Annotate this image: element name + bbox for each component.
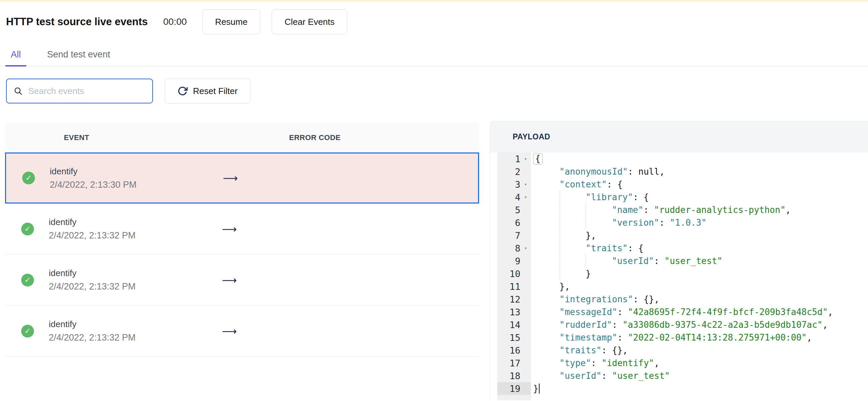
code-token: :	[659, 218, 670, 228]
indent-guide	[586, 203, 612, 216]
gutter-line: 5	[497, 203, 531, 216]
indent-spacer	[533, 255, 559, 267]
search-input[interactable]	[28, 86, 146, 97]
event-row[interactable]: ✓identify2/4/2022, 2:13:32 PM⟶	[5, 203, 479, 255]
row-arrow-icon[interactable]: ⟶	[222, 223, 237, 235]
code-line: "anonymousId": null,	[533, 165, 868, 178]
event-name: identify	[50, 166, 136, 177]
line-number: 15	[509, 333, 520, 343]
code-line: }	[533, 267, 868, 280]
code-token: "identify"	[601, 358, 654, 368]
indent-spacer	[533, 267, 559, 280]
code-token: "timestamp"	[559, 333, 617, 342]
events-list: EVENT ERROR CODE ✓identify2/4/2022, 2:13…	[5, 123, 479, 357]
gutter-line: 12	[497, 293, 531, 306]
line-number: 5	[515, 205, 520, 215]
gutter-line: 11	[497, 280, 531, 293]
code-token: "2022-02-04T14:13:28.275971+00:00"	[628, 333, 807, 342]
indent-spacer	[533, 216, 559, 229]
gutter-line: 1▾	[497, 153, 531, 165]
code-token: ,	[807, 333, 812, 342]
code-token: ,	[654, 358, 659, 368]
indent-spacer	[533, 242, 559, 255]
row-arrow-icon[interactable]: ⟶	[222, 325, 237, 337]
indent-guide	[559, 255, 586, 267]
gutter-line: 16	[497, 344, 531, 357]
gutter-line: 14	[497, 319, 531, 331]
event-cell: identify2/4/2022, 2:13:32 PM	[49, 268, 135, 292]
event-row[interactable]: ✓identify2/4/2022, 2:13:30 PM⟶	[5, 153, 479, 203]
success-check-icon: ✓	[21, 325, 34, 337]
tab-all[interactable]: All	[5, 45, 26, 67]
gutter-line: 6	[497, 216, 531, 229]
events-table-header: EVENT ERROR CODE	[5, 123, 479, 153]
code-token: "rudder-analytics-python"	[654, 205, 785, 215]
top-banner-strip	[0, 0, 868, 2]
gutter-line: 10	[497, 267, 531, 280]
gutter-line: 8▾	[497, 242, 531, 255]
clear-events-button[interactable]: Clear Events	[272, 9, 347, 34]
editor-gutter: 1▾23▾4▾5678▾910111213141516171819	[497, 153, 531, 400]
code-line: },	[533, 280, 868, 293]
event-cell: identify2/4/2022, 2:13:30 PM	[50, 166, 136, 190]
line-number: 10	[509, 269, 520, 279]
code-token: :	[617, 307, 628, 317]
line-number: 6	[515, 218, 520, 228]
code-token: : {},	[601, 345, 628, 355]
code-line: "integrations": {},	[533, 293, 868, 306]
reset-filter-label: Reset Filter	[193, 86, 238, 96]
row-arrow-icon[interactable]: ⟶	[223, 172, 238, 185]
fold-arrow-icon[interactable]: ▾	[520, 245, 531, 251]
event-timestamp: 2/4/2022, 2:13:30 PM	[50, 180, 136, 190]
indent-guide	[559, 203, 586, 216]
page-header: HTTP test source live events 00:00 Resum…	[0, 9, 868, 35]
code-token: "userId"	[559, 371, 601, 381]
code-token: ,	[828, 307, 833, 317]
search-events-box[interactable]	[6, 78, 153, 103]
row-arrow-icon[interactable]: ⟶	[222, 274, 237, 286]
resume-button[interactable]: Resume	[203, 9, 260, 34]
code-token: },	[559, 281, 570, 292]
code-token: {	[533, 153, 542, 165]
line-number: 1	[515, 154, 520, 164]
code-token: }	[586, 269, 591, 279]
event-name: identify	[49, 268, 135, 278]
code-line: "traits": {	[533, 242, 868, 255]
events-rows: ✓identify2/4/2022, 2:13:30 PM⟶✓identify2…	[5, 153, 479, 357]
payload-editor[interactable]: 1▾23▾4▾5678▾910111213141516171819 {"anon…	[490, 153, 868, 400]
code-line: "messageId": "42a8695f-72f4-4f9f-bfcf-20…	[533, 306, 868, 319]
indent-guide	[586, 216, 612, 229]
refresh-icon	[178, 86, 188, 96]
line-number: 17	[509, 358, 520, 368]
page-title: HTTP test source live events	[6, 16, 148, 28]
success-check-icon: ✓	[21, 223, 34, 235]
event-timestamp: 2/4/2022, 2:13:32 PM	[49, 230, 135, 241]
event-row[interactable]: ✓identify2/4/2022, 2:13:32 PM⟶	[5, 306, 479, 357]
success-check-icon: ✓	[22, 172, 35, 185]
line-number: 13	[509, 307, 520, 318]
code-line: "library": {	[533, 191, 868, 203]
editor-code-area[interactable]: {"anonymousId": null,"context": {"librar…	[531, 153, 868, 400]
text-cursor	[539, 383, 539, 394]
event-cell: identify2/4/2022, 2:13:32 PM	[49, 319, 135, 343]
gutter-line: 2	[497, 165, 531, 178]
fold-arrow-icon[interactable]: ▾	[520, 156, 531, 162]
event-row[interactable]: ✓identify2/4/2022, 2:13:32 PM⟶	[5, 255, 479, 306]
line-number: 7	[515, 230, 520, 241]
code-token: "traits"	[559, 345, 601, 355]
fold-arrow-icon[interactable]: ▾	[520, 194, 531, 200]
code-line: "name": "rudder-analytics-python",	[533, 203, 868, 216]
fold-arrow-icon[interactable]: ▾	[520, 181, 531, 188]
code-token: : {},	[633, 294, 659, 304]
event-timestamp: 2/4/2022, 2:13:32 PM	[49, 333, 135, 343]
reset-filter-button[interactable]: Reset Filter	[165, 78, 250, 103]
code-token: "a33086db-9375-4c22-a2a3-b5de9db107ac"	[623, 320, 823, 330]
payload-title: PAYLOAD	[513, 132, 550, 141]
column-header-event: EVENT	[5, 133, 89, 142]
event-timestamp: 2/4/2022, 2:13:32 PM	[49, 281, 135, 292]
code-line: "version": "1.0.3"	[533, 216, 868, 229]
line-number: 12	[509, 294, 520, 305]
tab-send-test-event[interactable]: Send test event	[42, 45, 116, 67]
line-number: 4	[515, 192, 520, 202]
code-token: "context"	[559, 179, 607, 190]
